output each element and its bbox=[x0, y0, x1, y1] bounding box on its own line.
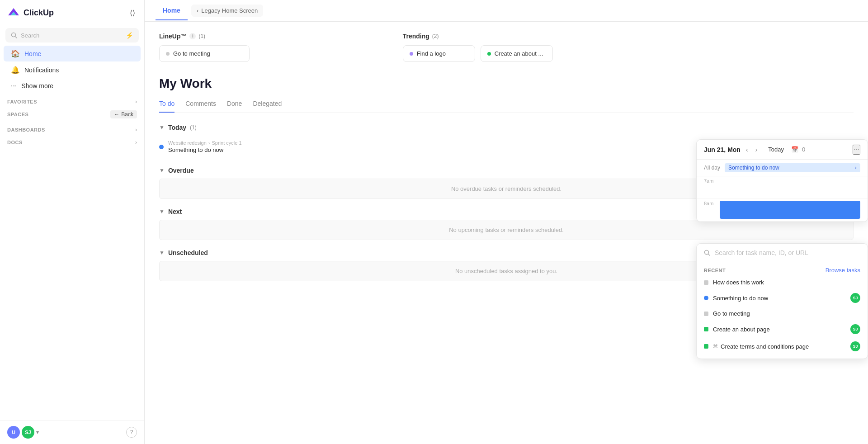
search-input-area bbox=[697, 244, 868, 262]
recent-avatar-sj-2: SJ bbox=[850, 324, 860, 334]
recent-item-something-todo[interactable]: Something to do now SJ bbox=[697, 289, 868, 307]
trending-items: Find a logo Create an about ... bbox=[403, 45, 854, 62]
calendar-allday-row: All day Something to do now › bbox=[697, 160, 868, 176]
lightning-button[interactable]: ⚡ bbox=[126, 32, 133, 39]
time-area-8am[interactable] bbox=[720, 199, 860, 219]
calendar-slot-7am: 7am bbox=[697, 176, 868, 199]
time-label-8am: 8am bbox=[704, 199, 720, 206]
work-tab-done[interactable]: Done bbox=[227, 100, 242, 113]
sub-link-icon: ⌘ bbox=[713, 344, 718, 350]
search-placeholder: Search bbox=[21, 32, 122, 39]
task-name: Something to do now bbox=[168, 146, 242, 153]
sidebar-item-show-more[interactable]: ··· Show more bbox=[4, 78, 141, 94]
trending-item-find-logo[interactable]: Find a logo bbox=[403, 45, 475, 62]
sidebar-item-home[interactable]: 🏠 Home bbox=[4, 46, 141, 61]
recent-avatar-sj-3: SJ bbox=[850, 341, 860, 351]
recent-dot-blue-icon bbox=[704, 296, 708, 300]
work-tab-comments[interactable]: Comments bbox=[185, 100, 216, 113]
search-bar[interactable]: Search ⚡ bbox=[5, 28, 139, 43]
recent-item-go-meeting[interactable]: Go to meeting bbox=[697, 307, 868, 321]
home-icon: 🏠 bbox=[11, 49, 20, 58]
calendar-slot-8am: 8am bbox=[697, 199, 868, 222]
lineup-info-icon: i bbox=[189, 33, 196, 39]
recent-item-how-does[interactable]: How does this work bbox=[697, 275, 868, 289]
calendar-event-count-icon: 📅 bbox=[791, 146, 798, 153]
sidebar-bottom: U SJ ▾ ? bbox=[0, 420, 144, 444]
unscheduled-arrow-icon: ▼ bbox=[159, 250, 165, 256]
lineup-section: LineUp™ i (1) Go to meeting bbox=[159, 33, 385, 62]
favorites-label: FAVORITES bbox=[7, 99, 37, 104]
app-name: ClickUp bbox=[24, 8, 54, 18]
today-label: Today bbox=[168, 124, 186, 131]
dashboards-label: DASHBOARDS bbox=[7, 127, 45, 132]
sidebar-item-notifications[interactable]: 🔔 Notifications bbox=[4, 62, 141, 78]
search-dropdown-icon bbox=[704, 250, 710, 256]
more-icon: ··· bbox=[11, 82, 17, 90]
svg-line-5 bbox=[708, 254, 710, 256]
calendar-more-button[interactable]: ··· bbox=[853, 145, 860, 155]
trending-dot-purple-icon bbox=[410, 52, 413, 56]
browse-tasks-link[interactable]: Browse tasks bbox=[826, 267, 860, 274]
dashboards-arrow-icon: › bbox=[135, 127, 137, 133]
logo-area[interactable]: ClickUp bbox=[7, 6, 54, 19]
back-arrow-icon: ← bbox=[114, 111, 119, 118]
trending-item-find-logo-label: Find a logo bbox=[417, 50, 446, 57]
docs-arrow-icon: › bbox=[135, 139, 137, 146]
allday-event[interactable]: Something to do now › bbox=[725, 163, 860, 172]
bell-icon: 🔔 bbox=[11, 66, 20, 74]
work-tab-todo[interactable]: To do bbox=[159, 100, 175, 113]
trending-dot-green-icon bbox=[487, 52, 491, 56]
recent-dot-gray-icon bbox=[704, 280, 708, 285]
tab-home[interactable]: Home bbox=[156, 1, 188, 20]
sidebar-section-dashboards[interactable]: DASHBOARDS › bbox=[0, 122, 144, 135]
my-work-title: My Work bbox=[159, 76, 854, 91]
search-icon bbox=[11, 32, 17, 38]
calendar-date: Jun 21, Mon bbox=[704, 146, 741, 153]
calendar-prev-button[interactable]: ‹ bbox=[744, 145, 750, 154]
lineup-item-go-to-meeting[interactable]: Go to meeting bbox=[159, 45, 250, 62]
task-section-today-header[interactable]: ▼ Today (1) bbox=[159, 124, 854, 131]
calendar-today-button[interactable]: Today bbox=[764, 144, 788, 155]
main-area: Home ‹ Legacy Home Screen LineUp™ i (1) … bbox=[145, 0, 868, 444]
recent-item-label-create-terms: Create terms and conditions page bbox=[721, 343, 809, 350]
work-tab-delegated[interactable]: Delegated bbox=[253, 100, 282, 113]
trending-section: Trending (2) Find a logo Create an about… bbox=[403, 33, 854, 62]
allday-label: All day bbox=[704, 165, 720, 171]
search-task-input[interactable] bbox=[715, 249, 860, 256]
back-button[interactable]: ← Back bbox=[110, 110, 137, 118]
avatar-sj[interactable]: SJ bbox=[22, 426, 34, 439]
svg-line-3 bbox=[15, 37, 17, 38]
next-arrow-icon: ▼ bbox=[159, 208, 165, 215]
sidebar-section-favorites[interactable]: FAVORITES › bbox=[0, 94, 144, 107]
task-item-details: Website redesign › Sprint cycle 1 Someth… bbox=[168, 140, 242, 153]
recent-item-create-terms[interactable]: ⌘ Create terms and conditions page SJ bbox=[697, 338, 868, 355]
avatar-u[interactable]: U bbox=[7, 426, 20, 439]
calendar-next-button[interactable]: › bbox=[754, 145, 760, 154]
calendar-event-block[interactable] bbox=[720, 201, 860, 219]
calendar-header: Jun 21, Mon ‹ › Today 📅 0 ··· bbox=[697, 140, 868, 160]
trending-item-create-about[interactable]: Create an about ... bbox=[481, 45, 553, 62]
breadcrumb-arrow-icon: ‹ bbox=[197, 7, 198, 14]
breadcrumb-legacy[interactable]: ‹ Legacy Home Screen bbox=[191, 5, 263, 17]
sidebar-section-docs[interactable]: DOCS › bbox=[0, 135, 144, 147]
today-arrow-icon: ▼ bbox=[159, 124, 165, 131]
avatar-dropdown-icon[interactable]: ▾ bbox=[36, 429, 39, 435]
recent-item-create-about[interactable]: Create an about page SJ bbox=[697, 321, 868, 338]
sidebar-collapse-button[interactable]: ⟨⟩ bbox=[128, 7, 137, 19]
sidebar-item-show-more-label: Show more bbox=[21, 82, 53, 90]
task-breadcrumb: Website redesign › Sprint cycle 1 bbox=[168, 140, 242, 146]
next-empty: No upcoming tasks or reminders scheduled… bbox=[159, 220, 854, 240]
lineup-dot-icon bbox=[166, 52, 170, 56]
trending-item-create-about-label: Create an about ... bbox=[495, 50, 543, 57]
overdue-label: Overdue bbox=[168, 167, 194, 174]
sidebar-section-spaces[interactable]: SPACES ← Back bbox=[0, 107, 144, 122]
spaces-label: SPACES bbox=[7, 112, 28, 117]
help-button[interactable]: ? bbox=[126, 427, 137, 438]
calendar-panel: Jun 21, Mon ‹ › Today 📅 0 ··· All day So… bbox=[696, 139, 868, 222]
overdue-arrow-icon: ▼ bbox=[159, 167, 165, 174]
main-content: LineUp™ i (1) Go to meeting Trending (2) bbox=[145, 22, 868, 444]
avatar-group[interactable]: U SJ ▾ bbox=[7, 426, 39, 439]
sidebar: ClickUp ⟨⟩ Search ⚡ 🏠 Home 🔔 Notificatio… bbox=[0, 0, 145, 444]
lineup-title: LineUp™ i (1) bbox=[159, 33, 385, 40]
recent-item-label-how-does: How does this work bbox=[713, 279, 764, 286]
